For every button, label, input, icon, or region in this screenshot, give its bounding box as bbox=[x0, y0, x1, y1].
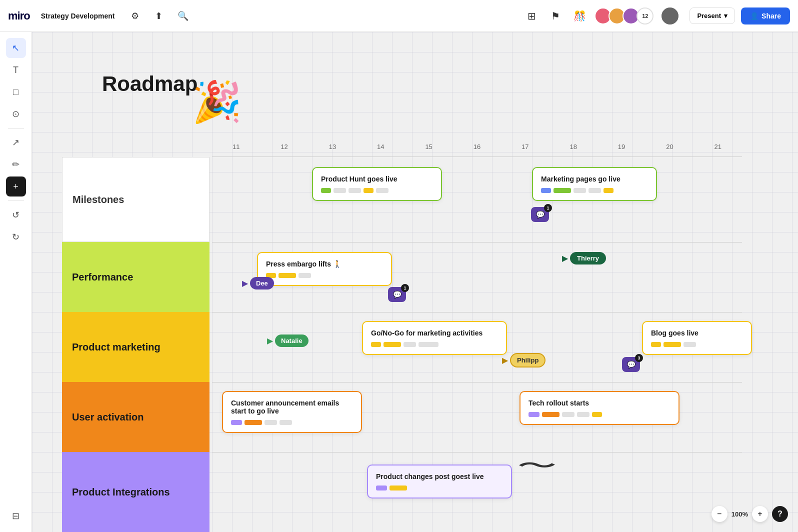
row-product-marketing: Product marketing bbox=[62, 312, 210, 382]
milestones-label: Milestones bbox=[72, 194, 124, 206]
card-blog-live-title: Blog goes live bbox=[651, 329, 743, 337]
card-product-changes-title: Product changes post goest live bbox=[376, 472, 503, 480]
grid-area: Product Hunt goes live Marketing pages g… bbox=[212, 157, 742, 482]
card-product-changes-bars bbox=[376, 486, 503, 490]
col-20: 20 bbox=[646, 143, 694, 150]
row-sep-2 bbox=[212, 312, 742, 312]
row-user-activation: User activation bbox=[62, 382, 210, 452]
user-activation-label: User activation bbox=[72, 412, 144, 423]
zoom-percentage: 100% bbox=[732, 510, 748, 518]
cursor-thierry-arrow: ▶ bbox=[562, 254, 568, 263]
card-press-embargo[interactable]: Press embargo lifts 🚶 bbox=[257, 252, 392, 286]
comment-badge-1: 1 bbox=[544, 204, 552, 212]
celebrate-button[interactable]: 🎊 bbox=[570, 7, 588, 25]
board-title[interactable]: Strategy Development bbox=[36, 9, 120, 23]
zoom-in-button[interactable]: + bbox=[752, 506, 768, 522]
card-blog-live-bars bbox=[651, 342, 743, 347]
col-17: 17 bbox=[501, 143, 549, 150]
cursor-natalie: ▶ Natalie bbox=[267, 334, 308, 347]
grid-tools-button[interactable]: ⊞ bbox=[522, 7, 540, 25]
cursor-thierry: ▶ Thierry bbox=[562, 252, 606, 264]
canvas[interactable]: Roadmap 🎉 11 12 13 14 15 16 17 18 19 20 … bbox=[32, 32, 798, 532]
card-tech-rollout-bars bbox=[528, 412, 670, 417]
col-14: 14 bbox=[356, 143, 404, 150]
share-label: Share bbox=[762, 12, 781, 20]
sidebar-divider-1 bbox=[8, 128, 24, 128]
row-performance: Performance bbox=[62, 242, 210, 312]
zoom-out-button[interactable]: − bbox=[712, 506, 728, 522]
card-blog-live[interactable]: Blog goes live bbox=[642, 321, 752, 355]
select-tool[interactable]: ↖ bbox=[6, 38, 26, 58]
upload-button[interactable]: ⬆ bbox=[150, 7, 168, 25]
col-15: 15 bbox=[404, 143, 452, 150]
card-tech-rollout-title: Tech rollout starts bbox=[528, 399, 670, 407]
row-sep-3 bbox=[212, 382, 742, 382]
card-product-changes[interactable]: Product changes post goest live bbox=[367, 464, 512, 498]
card-marketing-pages-title: Marketing pages go live bbox=[541, 175, 648, 183]
scribble-decoration: 〜 bbox=[517, 452, 557, 480]
col-21: 21 bbox=[694, 143, 742, 150]
comment-blog[interactable]: 💬 3 bbox=[622, 357, 640, 372]
cursor-dee-label: Dee bbox=[250, 277, 274, 290]
current-user-avatar bbox=[660, 6, 680, 26]
card-customer-announcement-title: Customer announcement emails start to go… bbox=[231, 399, 353, 415]
sticky-tool[interactable]: □ bbox=[6, 82, 26, 102]
bottom-controls: − 100% + ? bbox=[712, 506, 788, 522]
comment-press-embargo[interactable]: 💬 1 bbox=[388, 287, 406, 302]
text-tool[interactable]: T bbox=[6, 60, 26, 80]
row-sep-4 bbox=[212, 452, 742, 452]
card-product-hunt[interactable]: Product Hunt goes live bbox=[312, 167, 442, 201]
help-button[interactable]: ? bbox=[772, 506, 788, 522]
column-header-row: 11 12 13 14 15 16 17 18 19 20 21 bbox=[212, 137, 742, 157]
cursor-natalie-label: Natalie bbox=[275, 334, 308, 347]
redo-button[interactable]: ↻ bbox=[6, 227, 26, 247]
connector-tool[interactable]: ⊙ bbox=[6, 104, 26, 124]
product-integrations-label: Product Integrations bbox=[72, 486, 170, 498]
cursor-philipp: ▶ Philipp bbox=[502, 353, 546, 368]
row-sep-1 bbox=[212, 242, 742, 242]
filter-button[interactable]: ⚑ bbox=[546, 7, 564, 25]
col-18: 18 bbox=[550, 143, 598, 150]
add-tool[interactable]: + bbox=[6, 176, 26, 196]
miro-logo[interactable]: miro bbox=[8, 10, 30, 22]
roadmap: Roadmap 🎉 11 12 13 14 15 16 17 18 19 20 … bbox=[62, 72, 742, 482]
roadmap-title: Roadmap bbox=[102, 72, 198, 96]
product-marketing-label: Product marketing bbox=[72, 342, 160, 353]
card-press-embargo-bars bbox=[266, 273, 383, 278]
row-milestones: Milestones bbox=[62, 157, 210, 242]
share-button[interactable]: 👤 Share bbox=[741, 8, 790, 24]
rows-container: Milestones Performance Product marketing… bbox=[62, 157, 742, 482]
present-button[interactable]: Present ▾ bbox=[690, 8, 735, 24]
mascot-decoration: 🎉 bbox=[192, 82, 242, 122]
search-button[interactable]: 🔍 bbox=[174, 7, 192, 25]
col-13: 13 bbox=[308, 143, 356, 150]
card-customer-announcement-bars bbox=[231, 420, 353, 425]
performance-label: Performance bbox=[72, 272, 133, 283]
undo-button[interactable]: ↺ bbox=[6, 205, 26, 225]
present-chevron-icon: ▾ bbox=[724, 12, 728, 20]
col-16: 16 bbox=[453, 143, 501, 150]
card-marketing-pages[interactable]: Marketing pages go live bbox=[532, 167, 657, 201]
col-19: 19 bbox=[598, 143, 646, 150]
card-customer-announcement[interactable]: Customer announcement emails start to go… bbox=[222, 391, 362, 433]
sidebar-divider-2 bbox=[8, 200, 24, 201]
avatar-group: 12 bbox=[594, 8, 654, 24]
sidebar: ↖ T □ ⊙ ↗ ✏ + ↺ ↻ ⊟ bbox=[0, 32, 32, 532]
pen-tool[interactable]: ✏ bbox=[6, 154, 26, 174]
sidebar-bottom: ⊟ bbox=[6, 506, 26, 526]
share-icon: 👤 bbox=[750, 12, 758, 20]
settings-button[interactable]: ⚙ bbox=[126, 7, 144, 25]
arrow-tool[interactable]: ↗ bbox=[6, 132, 26, 152]
comment-marketing-pages[interactable]: 💬 1 bbox=[531, 207, 549, 222]
card-go-nogo-bars bbox=[371, 342, 498, 347]
present-label: Present bbox=[697, 12, 721, 20]
card-press-embargo-title: Press embargo lifts 🚶 bbox=[266, 260, 383, 268]
row-product-integrations: Product Integrations bbox=[62, 452, 210, 532]
cursor-natalie-arrow: ▶ bbox=[267, 336, 273, 346]
navbar: miro Strategy Development ⚙ ⬆ 🔍 ⊞ ⚑ 🎊 12… bbox=[0, 0, 798, 32]
avatar-count: 12 bbox=[636, 8, 654, 24]
card-go-nogo[interactable]: Go/No-Go for marketing activities bbox=[362, 321, 507, 355]
panel-button[interactable]: ⊟ bbox=[6, 506, 26, 526]
card-go-nogo-title: Go/No-Go for marketing activities bbox=[371, 329, 498, 337]
card-tech-rollout[interactable]: Tech rollout starts bbox=[520, 391, 680, 425]
